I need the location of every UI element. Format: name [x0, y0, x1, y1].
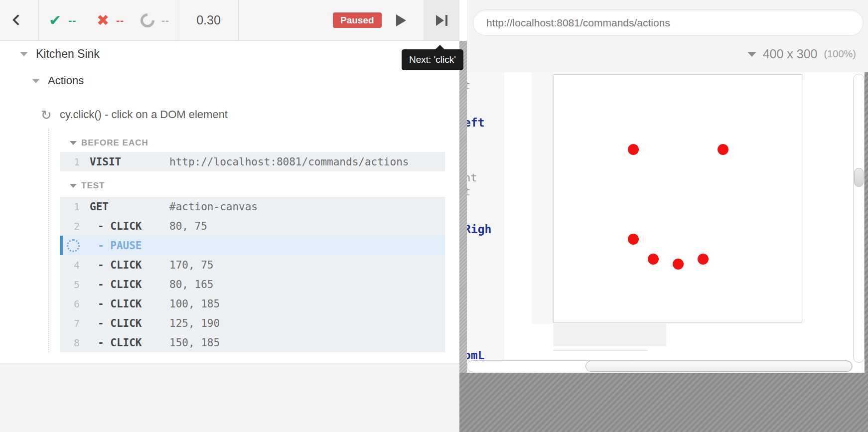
- command-args: 80, 75: [169, 220, 207, 232]
- horizontal-scrollbar[interactable]: [467, 360, 853, 372]
- command-name: GET: [90, 201, 169, 213]
- reporter-footer-area: [0, 363, 459, 432]
- pending-count: --: [161, 14, 169, 26]
- command-row-click[interactable]: 7 - CLICK 125, 190: [60, 313, 445, 333]
- command-name: - CLICK: [90, 279, 169, 290]
- url-input[interactable]: http://localhost:8081/commands/actions: [473, 9, 864, 36]
- command-number: 5: [60, 279, 80, 290]
- paused-badge: Paused: [333, 12, 382, 28]
- viewport-size: 400 x 300: [763, 47, 818, 61]
- test-duration: 0.30: [179, 0, 238, 40]
- chevron-down-icon: [70, 184, 77, 188]
- back-chevron-icon: [12, 14, 24, 26]
- aut-viewport: t eft ht t Righ omL: [467, 72, 865, 373]
- passed-check-icon: ✔: [49, 13, 61, 28]
- click-dot: [698, 254, 709, 265]
- test-refresh-icon: ↻: [41, 108, 52, 123]
- click-dot: [628, 144, 639, 155]
- overflow-stripes: [865, 72, 868, 373]
- command-number: 8: [60, 337, 80, 349]
- code-fragment: ht: [467, 171, 477, 184]
- viewport-dropdown-icon[interactable]: [747, 52, 756, 57]
- back-button[interactable]: [0, 0, 38, 40]
- stat-failed: ✖ --: [97, 0, 124, 40]
- command-row-get[interactable]: 1 GET #action-canvas: [60, 197, 445, 216]
- command-number: 2: [60, 220, 80, 232]
- hook-label: TEST: [81, 181, 105, 191]
- play-icon: [396, 14, 406, 26]
- command-row-pause[interactable]: - PAUSE: [60, 236, 445, 255]
- action-canvas[interactable]: [553, 74, 802, 322]
- hook-header-test[interactable]: TEST: [70, 181, 105, 191]
- reporter-panel: ✔ -- ✖ -- -- 0.30 Paused Next: 'click': [0, 0, 459, 432]
- command-name: - CLICK: [90, 337, 169, 349]
- stat-pending: --: [141, 0, 169, 40]
- command-name: - CLICK: [90, 259, 169, 271]
- indent-guide-line: [48, 129, 49, 352]
- command-args: #action-canvas: [169, 201, 258, 213]
- step-forward-icon: [436, 15, 444, 26]
- click-dot: [628, 234, 639, 245]
- next-step-button[interactable]: [424, 0, 459, 40]
- overflow-stripes: [459, 373, 868, 432]
- page-section-block: [553, 324, 666, 346]
- failed-count: --: [116, 14, 124, 26]
- stat-passed: ✔ --: [49, 0, 76, 40]
- suite-actions[interactable]: Actions: [48, 74, 84, 87]
- pause-spinner-icon: [67, 239, 80, 252]
- horizontal-scrollbar-thumb[interactable]: [585, 361, 852, 372]
- step-forward-bar-icon: [445, 15, 447, 26]
- command-args: 170, 75: [169, 259, 214, 271]
- command-number: 4: [60, 259, 80, 271]
- command-row-click[interactable]: 8 - CLICK 150, 185: [60, 333, 445, 352]
- command-number: 6: [60, 298, 80, 310]
- command-name: - CLICK: [90, 298, 169, 310]
- resume-button[interactable]: [389, 0, 414, 40]
- command-number: 7: [60, 317, 80, 329]
- cypress-test-runner: ✔ -- ✖ -- -- 0.30 Paused Next: 'click': [0, 0, 868, 432]
- command-args: 125, 190: [169, 317, 220, 329]
- code-fragment: eft: [467, 116, 485, 129]
- command-number: 1: [60, 156, 80, 168]
- reporter-toolbar: ✔ -- ✖ -- -- 0.30 Paused: [0, 0, 459, 41]
- code-fragment: Righ: [467, 223, 491, 236]
- command-number: 1: [60, 201, 80, 213]
- command-row-click[interactable]: 4 - CLICK 170, 75: [60, 255, 445, 275]
- failed-x-icon: ✖: [97, 13, 109, 28]
- toolbar-divider: [238, 0, 239, 40]
- chevron-down-icon: [70, 141, 77, 145]
- test-title: cy.click() - click on a DOM element: [60, 108, 359, 121]
- command-name: - CLICK: [90, 317, 169, 329]
- command-args: http://localhost:8081/commands/actions: [169, 156, 409, 168]
- hook-label: BEFORE EACH: [81, 138, 148, 148]
- next-step-tooltip: Next: 'click': [402, 49, 463, 70]
- toolbar-divider: [38, 0, 39, 40]
- aut-panel: http://localhost:8081/commands/actions 4…: [467, 0, 868, 432]
- code-fragment: t: [467, 79, 470, 92]
- chevron-down-icon[interactable]: [32, 79, 40, 83]
- click-dot: [718, 144, 728, 155]
- click-dot: [648, 254, 659, 265]
- code-fragment: t: [467, 185, 470, 198]
- command-args: 150, 185: [169, 337, 220, 349]
- command-name: - PAUSE: [90, 240, 169, 252]
- vertical-scrollbar[interactable]: [853, 74, 865, 363]
- viewport-scale: (100%): [824, 48, 856, 60]
- command-name: - CLICK: [90, 220, 169, 232]
- command-name: VISIT: [90, 156, 169, 168]
- page-divider-line: [553, 350, 648, 351]
- suite-kitchen-sink[interactable]: Kitchen Sink: [36, 47, 100, 61]
- command-row-click[interactable]: 5 - CLICK 80, 165: [60, 275, 445, 294]
- command-args: 100, 185: [169, 298, 220, 310]
- command-row-visit[interactable]: 1 VISIT http://localhost:8081/commands/a…: [60, 152, 445, 171]
- page-background-column: [532, 72, 553, 324]
- click-dot: [673, 259, 684, 270]
- command-row-click[interactable]: 6 - CLICK 100, 185: [60, 294, 445, 313]
- command-args: 80, 165: [169, 279, 214, 290]
- hook-header-before-each[interactable]: BEFORE EACH: [70, 138, 148, 148]
- viewport-info[interactable]: 400 x 300 (100%): [747, 47, 856, 61]
- passed-count: --: [68, 14, 76, 26]
- vertical-scrollbar-thumb[interactable]: [854, 168, 864, 187]
- chevron-down-icon[interactable]: [20, 52, 28, 56]
- command-row-click[interactable]: 2 - CLICK 80, 75: [60, 216, 445, 236]
